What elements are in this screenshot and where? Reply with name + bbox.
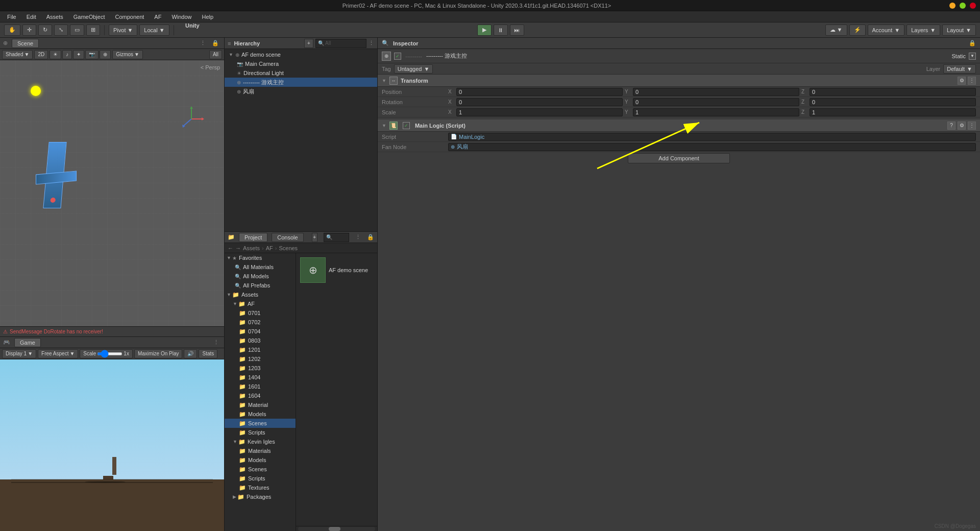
add-component-btn[interactable]: Add Component <box>628 153 730 163</box>
pf-scenes2[interactable]: 📁Scenes <box>225 465 296 474</box>
game-viewport[interactable] <box>0 359 224 531</box>
stats-btn[interactable]: Stats <box>199 349 217 358</box>
pf-scenes[interactable]: 📁Scenes <box>225 419 296 428</box>
display-dropdown[interactable]: Display 1 ▼ <box>2 349 36 358</box>
pf-textures[interactable]: 📁Textures <box>225 483 296 492</box>
menu-help[interactable]: Help <box>198 13 218 21</box>
hierarchy-more-btn[interactable]: ⋮ <box>369 40 374 46</box>
pivot-btn[interactable]: Pivot ▼ <box>109 25 137 36</box>
pf-1203[interactable]: 📁1203 <box>225 364 296 373</box>
rot-x-field[interactable] <box>456 98 623 106</box>
tool-scale[interactable]: ⤡ <box>54 25 68 36</box>
game-more-btn[interactable]: ⋮ <box>211 339 221 346</box>
static-dropdown[interactable]: ▼ <box>969 53 976 60</box>
console-tab[interactable]: Console <box>272 233 303 242</box>
lighting-btn[interactable]: ☀ <box>50 50 61 59</box>
layers-btn[interactable]: Layers ▼ <box>906 25 940 36</box>
scene-viewport[interactable]: < Persp <box>0 60 224 326</box>
cloud-btn[interactable]: ⚡ <box>849 25 866 36</box>
project-all-materials[interactable]: 🔍 All Materials <box>225 262 296 272</box>
project-af-folder[interactable]: ▼ 📁 AF <box>225 299 296 308</box>
project-all-models[interactable]: 🔍 All Models <box>225 272 296 281</box>
scene-more-btn[interactable]: ⋮ <box>198 40 208 46</box>
project-scrollbar[interactable] <box>296 526 377 531</box>
assets-section[interactable]: ▼ 📁 Assets <box>225 290 296 299</box>
hierarchy-search[interactable]: 🔍 All <box>315 39 366 48</box>
project-tab[interactable]: Project <box>239 233 267 242</box>
pf-materials2[interactable]: 📁Materials <box>225 446 296 455</box>
pf-1601[interactable]: 📁1601 <box>225 382 296 391</box>
audio-btn[interactable]: ♪ <box>62 50 72 59</box>
tool-transform[interactable]: ⊞ <box>86 25 100 36</box>
transform-more-btn[interactable]: ⋮ <box>968 77 976 85</box>
tool-rotate[interactable]: ↻ <box>38 25 52 36</box>
pause-btn[interactable]: ⏸ <box>494 25 508 36</box>
breadcrumb-scenes[interactable]: Scenes <box>279 245 298 251</box>
obj-name-field[interactable]: --------- 游戏主控 <box>426 52 949 60</box>
tool-hand[interactable]: ✋ <box>4 25 20 36</box>
layer-dropdown[interactable]: Default ▼ <box>943 64 976 74</box>
menu-edit[interactable]: Edit <box>22 13 40 21</box>
scene-extra-btn[interactable]: ⊕ <box>100 50 111 59</box>
minimize-btn[interactable] <box>949 3 955 9</box>
step-btn[interactable]: ⏭ <box>510 25 524 36</box>
pos-x-field[interactable] <box>456 88 623 96</box>
all-btn[interactable]: All <box>209 50 222 59</box>
scene-cam-btn[interactable]: 📷 <box>85 50 99 59</box>
pf-scripts2[interactable]: 📁Scripts <box>225 474 296 483</box>
pf-1404[interactable]: 📁1404 <box>225 373 296 382</box>
pos-y-field[interactable] <box>633 88 799 96</box>
rot-z-field[interactable] <box>810 98 976 106</box>
scrollbar-thumb[interactable] <box>329 527 340 531</box>
tag-dropdown[interactable]: Untagged ▼ <box>394 64 433 74</box>
hierarchy-item-af-demo-scene[interactable]: ▼ ⊕ AF demo scene <box>225 50 377 59</box>
breadcrumb-assets[interactable]: Assets <box>243 245 260 251</box>
rot-y-field[interactable] <box>633 98 799 106</box>
pf-0701[interactable]: 📁0701 <box>225 308 296 318</box>
scale-control[interactable]: Scale 1x <box>80 349 133 358</box>
fx-btn[interactable]: ✦ <box>73 50 84 59</box>
play-btn[interactable]: ▶ <box>477 25 492 36</box>
transform-header[interactable]: ▼ ↔ Transform ⚙ ⋮ <box>378 75 980 87</box>
account-btn[interactable]: Account ▼ <box>868 25 905 36</box>
obj-enabled-checkbox[interactable]: ✓ <box>394 53 401 60</box>
menu-gameobject[interactable]: GameObject <box>69 13 109 21</box>
pf-0704[interactable]: 📁0704 <box>225 327 296 336</box>
scale-x-field[interactable] <box>456 108 623 116</box>
scale-z-field[interactable] <box>810 108 976 116</box>
transform-settings-btn[interactable]: ⚙ <box>958 77 966 85</box>
pf-1201[interactable]: 📁1201 <box>225 345 296 354</box>
menu-window[interactable]: Window <box>167 13 195 21</box>
pos-z-field[interactable] <box>810 88 976 96</box>
mainlogic-header[interactable]: ▼ 📜 ✓ Main Logic (Script) ? ⚙ ⋮ <box>378 119 980 132</box>
breadcrumb-af[interactable]: AF <box>266 245 273 251</box>
fannode-value[interactable]: ⊕ 风扇 <box>448 143 976 151</box>
scene-lock-btn[interactable]: 🔒 <box>210 40 221 46</box>
script-value[interactable]: 📄 MainLogic <box>448 133 976 141</box>
2d-btn[interactable]: 2D <box>34 50 48 59</box>
menu-af[interactable]: AF <box>150 13 165 21</box>
breadcrumb-forward[interactable]: → <box>235 245 241 251</box>
shading-dropdown[interactable]: Shaded ▼ <box>2 50 33 59</box>
scene-file-item[interactable]: ⊕ AF demo scene <box>296 253 377 287</box>
menu-assets[interactable]: Assets <box>42 13 67 21</box>
pf-0803[interactable]: 📁0803 <box>225 336 296 345</box>
mainlogic-settings-btn[interactable]: ⚙ <box>958 122 966 130</box>
local-btn[interactable]: Local ▼ <box>139 25 169 36</box>
close-btn[interactable] <box>970 3 976 9</box>
game-tab[interactable]: Game <box>14 338 41 347</box>
pf-1604[interactable]: 📁1604 <box>225 391 296 400</box>
hierarchy-item-main-camera[interactable]: 📷 Main Camera <box>225 59 377 68</box>
project-all-prefabs[interactable]: 🔍 All Prefabs <box>225 281 296 290</box>
project-lock-btn[interactable]: 🔒 <box>367 234 374 240</box>
pf-models2[interactable]: 📁Models <box>225 455 296 465</box>
mainlogic-help-btn[interactable]: ? <box>947 122 955 130</box>
inspector-lock-btn[interactable]: 🔒 <box>969 40 976 46</box>
tool-rect[interactable]: ▭ <box>70 25 84 36</box>
packages-folder[interactable]: ▶ 📁 Packages <box>225 492 296 501</box>
maximize-btn[interactable]: Maximize On Play <box>134 349 183 358</box>
gizmos-btn[interactable]: Gizmos ▼ <box>112 50 143 59</box>
pf-0702[interactable]: 📁0702 <box>225 318 296 327</box>
scale-slider[interactable] <box>97 352 122 355</box>
scale-y-field[interactable] <box>633 108 799 116</box>
